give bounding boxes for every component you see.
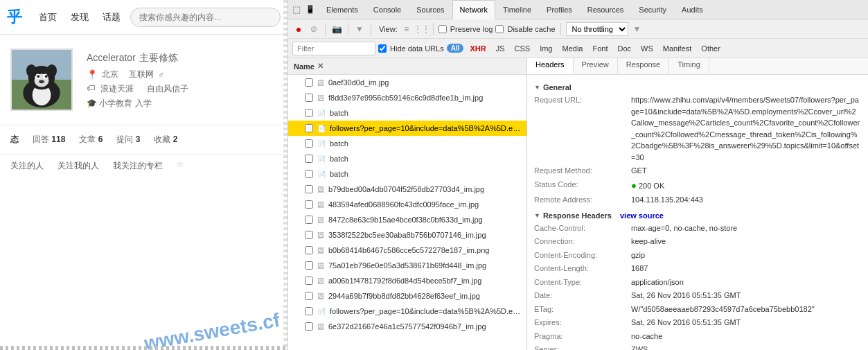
file-item[interactable]: 🖼 75a01eb796e0e05a3d538671b69fd448_im.jp… — [288, 258, 526, 273]
tab-timing[interactable]: Timing — [669, 58, 709, 74]
tab-response[interactable]: Response — [618, 58, 670, 74]
close-panel-button[interactable]: ✕ — [317, 62, 324, 71]
view-label: View: — [379, 25, 398, 33]
throttling-more-icon[interactable]: ▼ — [631, 23, 644, 35]
tab-resources[interactable]: Resources — [580, 0, 632, 19]
file-item[interactable]: 📄 batch — [288, 151, 526, 166]
filter-all-button[interactable]: All — [447, 44, 464, 53]
preserve-log-checkbox[interactable] — [439, 25, 447, 33]
file-item[interactable]: 🖼 f8dd3e97e9956cb59146c6c9d8dfee1b_im.jp… — [288, 90, 526, 105]
stat-answers[interactable]: 回答 118 — [33, 134, 65, 146]
filter-doc[interactable]: Doc — [614, 44, 635, 53]
file-item[interactable]: 🖼 0aef30d0d_im.jpg — [288, 75, 526, 90]
file-checkbox[interactable] — [305, 261, 313, 270]
collapse-icon[interactable]: ▼ — [534, 84, 540, 91]
disable-cache-label[interactable]: Disable cache — [495, 25, 555, 33]
file-item[interactable]: 🖼 8472c8e63c9b15ae4bce0f38c0bf633d_im.jp… — [288, 212, 526, 227]
view-source-link[interactable]: view source — [620, 211, 664, 220]
stat-articles[interactable]: 文章 6 — [79, 134, 103, 146]
following-people[interactable]: 关注的人 — [10, 160, 44, 172]
filter-media[interactable]: Media — [558, 44, 586, 53]
jagged-edge-right — [283, 0, 287, 350]
tab-console[interactable]: Console — [366, 0, 409, 19]
file-item-selected[interactable]: 📄 followers?per_page=10&include=data%5B%… — [288, 121, 526, 136]
nav-home[interactable]: 首页 — [35, 8, 61, 26]
file-checkbox[interactable] — [305, 94, 313, 102]
stat-favorites[interactable]: 收藏 2 — [154, 134, 177, 146]
hide-data-urls-checkbox[interactable] — [378, 44, 387, 53]
tab-profiles[interactable]: Profiles — [539, 0, 580, 19]
record-button[interactable]: ● — [292, 23, 305, 35]
throttling-select[interactable]: No throttling GPRS Regular 2G Good 2G Re… — [566, 22, 628, 36]
tab-audits[interactable]: Audits — [674, 0, 711, 19]
filter-ws[interactable]: WS — [637, 44, 657, 53]
file-checkbox[interactable] — [305, 185, 313, 193]
file-name: 483594afed0688960fc43dfc0095face_im.jpg — [328, 200, 479, 209]
camera-button[interactable]: 📷 — [330, 23, 343, 35]
file-checkbox[interactable] — [305, 231, 313, 239]
preserve-log-label[interactable]: Preserve log — [439, 25, 493, 33]
file-item[interactable]: 🖼 b0b68414b6467c586cce5c572278e187_im.pn… — [288, 243, 526, 258]
file-item[interactable]: 🖼 b79dbed00a4db0704f52f58db27703d4_im.jp… — [288, 182, 526, 197]
file-item[interactable]: 📄 batch — [288, 136, 526, 151]
header-date: Date: Sat, 26 Nov 2016 05:51:35 GMT — [534, 290, 861, 301]
tab-elements[interactable]: Elements — [319, 0, 366, 19]
file-checkbox[interactable] — [305, 155, 313, 163]
device-icon[interactable]: 📱 — [305, 4, 316, 15]
file-item[interactable]: 🖼 3538f2522bc5ee30aba8b756b0707146_im.jp… — [288, 227, 526, 243]
file-checkbox[interactable] — [305, 307, 313, 315]
file-checkbox[interactable] — [305, 292, 313, 300]
followers[interactable]: 关注我的人 — [57, 160, 99, 172]
view-list-icon[interactable]: ≡ — [400, 23, 413, 35]
filter-input[interactable] — [292, 42, 375, 55]
tab-preview[interactable]: Preview — [574, 58, 618, 74]
file-item[interactable]: 📄 batch — [288, 166, 526, 182]
followed-columns[interactable]: 我关注的专栏 — [113, 160, 163, 172]
search-input[interactable] — [130, 8, 281, 27]
file-item[interactable]: 📄 batch — [288, 105, 526, 121]
detail-content: ▼ General Request URL: https://www.zhihu… — [527, 75, 868, 350]
filter-font[interactable]: Font — [589, 44, 611, 53]
nav-discover[interactable]: 发现 — [67, 8, 93, 26]
file-checkbox[interactable] — [305, 124, 313, 132]
file-item[interactable]: 🖼 a006b1f4781792f8d6d84d54bece5bf7_im.jp… — [288, 273, 526, 288]
filter-css[interactable]: CSS — [511, 44, 534, 53]
filter-js[interactable]: JS — [493, 44, 508, 53]
filter-xhr[interactable]: XHR — [466, 44, 489, 53]
stop-button[interactable]: ⊘ — [308, 23, 320, 35]
file-checkbox[interactable] — [305, 277, 313, 285]
tab-timeline[interactable]: Timeline — [495, 0, 539, 19]
file-checkbox[interactable] — [305, 200, 313, 209]
file-checkbox[interactable] — [305, 109, 313, 117]
file-icon: 📄 — [317, 308, 326, 315]
filter-toggle[interactable]: ▼ — [353, 23, 366, 35]
tab-sources[interactable]: Sources — [409, 0, 452, 19]
file-checkbox[interactable] — [305, 216, 313, 224]
file-checkbox[interactable] — [305, 322, 313, 331]
file-checkbox[interactable] — [305, 170, 313, 178]
view-grid-icon[interactable]: ⋮⋮ — [416, 23, 428, 35]
file-name: 0aef30d0d_im.jpg — [328, 78, 389, 87]
nav-topic[interactable]: 话题 — [98, 8, 125, 26]
status-code-row: Status Code: ● 200 OK — [534, 179, 861, 193]
file-checkbox[interactable] — [305, 246, 313, 254]
file-item[interactable]: 📄 followers?per_page=10&include=data%5B%… — [288, 304, 526, 319]
file-item[interactable]: 🖼 483594afed0688960fc43dfc0095face_im.jp… — [288, 197, 526, 212]
tab-security[interactable]: Security — [631, 0, 674, 19]
filter-other[interactable]: Other — [698, 44, 724, 53]
tab-network[interactable]: Network — [452, 0, 495, 19]
filter-manifest[interactable]: Manifest — [659, 44, 696, 53]
disable-cache-checkbox[interactable] — [495, 25, 504, 33]
stat-state[interactable]: 态 — [10, 134, 19, 146]
file-checkbox[interactable] — [305, 139, 313, 148]
file-checkbox[interactable] — [305, 78, 313, 87]
filter-img[interactable]: Img — [536, 44, 556, 53]
file-item[interactable]: 🖼 2944a69b7f9bb8dfd82bb4628ef63eef_im.jp… — [288, 288, 526, 304]
inspect-icon[interactable]: ⬚ — [291, 4, 302, 15]
response-headers-collapse-icon[interactable]: ▼ — [534, 212, 540, 219]
tab-headers[interactable]: Headers — [527, 58, 574, 74]
request-method-row: Request Method: GET — [534, 165, 861, 177]
file-item[interactable]: 🖼 6e372d21667e46a1c57577542f0946b7_im.jp… — [288, 319, 526, 334]
hide-data-urls-label[interactable]: Hide data URLs — [378, 44, 444, 53]
stat-questions[interactable]: 提问 3 — [116, 134, 140, 146]
